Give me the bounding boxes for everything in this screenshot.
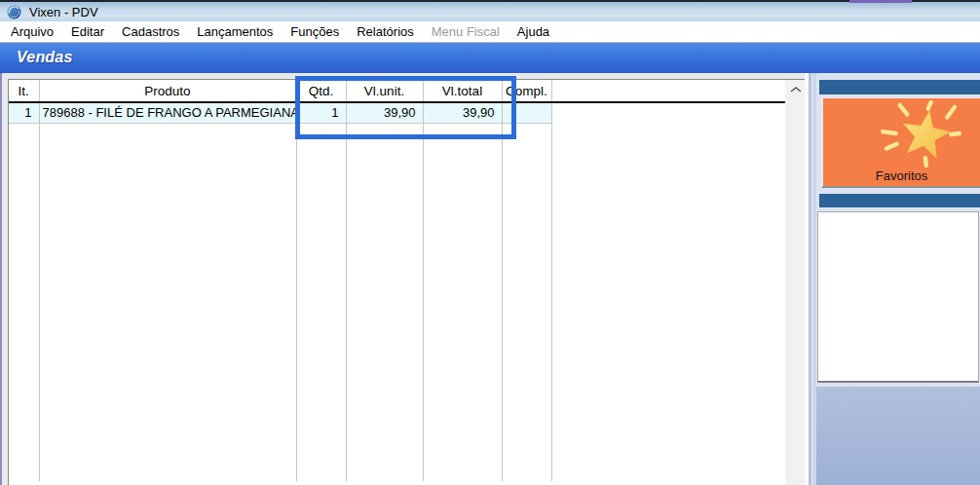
app-icon[interactable] — [7, 5, 21, 19]
sidebar: Favoritos — [816, 73, 980, 485]
menu-item-relatorios[interactable]: Relatórios — [348, 21, 423, 42]
menu-item-funcoes[interactable]: Funções — [282, 21, 348, 42]
col-header-it: It. — [9, 80, 39, 102]
menu-item-lancamentos[interactable]: Lançamentos — [188, 21, 282, 42]
sales-table: It. Produto Qtd. Vl.unit. Vl.total Compl… — [9, 80, 785, 481]
menu-bar: Arquivo Editar Cadastros Lançamentos Fun… — [0, 21, 980, 43]
chevron-up-icon — [788, 85, 804, 94]
window-title: Vixen - PDV — [29, 5, 98, 19]
sidebar-display-panel — [817, 211, 979, 383]
window-left-border — [0, 73, 2, 485]
col-header-produto: Produto — [39, 80, 296, 102]
panel-divider-strip — [809, 73, 811, 485]
sidebar-top-bar — [819, 80, 980, 94]
page-title: Vendas — [0, 43, 980, 72]
titlebar: Vixen - PDV — [0, 0, 980, 21]
scroll-up-button[interactable] — [785, 80, 807, 98]
empty-grid-area — [9, 123, 785, 481]
titlebar-edge-artifact — [849, 0, 912, 3]
sidebar-middle-bar — [819, 194, 980, 207]
sidebar-bottom-area — [816, 387, 980, 485]
sales-grid-panel: It. Produto Qtd. Vl.unit. Vl.total Compl… — [8, 79, 807, 485]
sparkle-star-icon — [870, 99, 972, 168]
page-header: Vendas — [0, 43, 980, 73]
menu-item-menu-fiscal: Menu Fiscal — [423, 21, 509, 42]
col-header-filler — [551, 80, 785, 102]
cell-it: 1 — [9, 102, 39, 123]
menu-item-cadastros[interactable]: Cadastros — [113, 21, 188, 42]
vertical-scrollbar[interactable] — [785, 80, 807, 485]
app-window: { "window": { "title": "Vixen - PDV" }, … — [0, 0, 980, 485]
menu-item-ajuda[interactable]: Ajuda — [509, 21, 558, 42]
favorites-button[interactable]: Favoritos — [821, 97, 980, 188]
selection-highlight-box — [295, 76, 516, 139]
menu-item-arquivo[interactable]: Arquivo — [2, 21, 62, 42]
favorites-button-label: Favoritos — [823, 168, 980, 183]
menu-item-editar[interactable]: Editar — [62, 21, 113, 42]
cell-filler — [551, 102, 785, 123]
cell-produto: 789688 - FILÉ DE FRANGO A PARMEGIANA — [39, 102, 296, 123]
